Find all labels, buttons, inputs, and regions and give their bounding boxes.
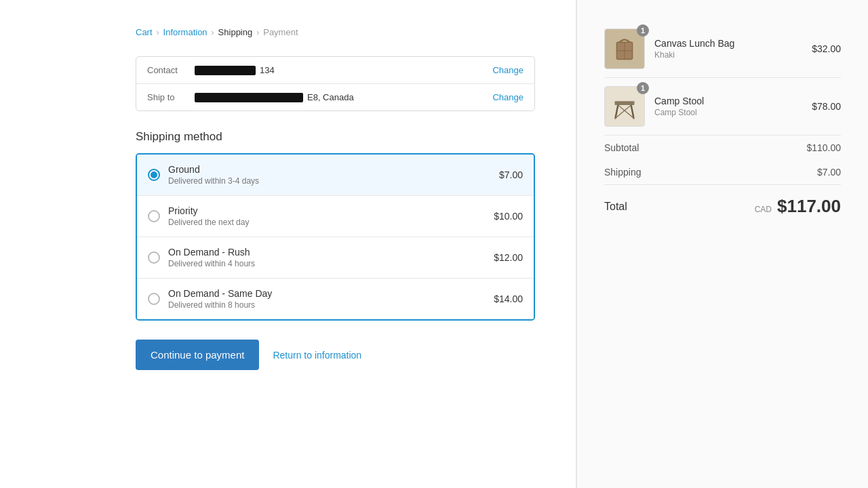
cart-item-0: 1 Canvas Lunch Bag Khaki $32.00 [604, 20, 841, 78]
item-price-0: $32.00 [812, 43, 841, 54]
breadcrumb-sep-3: › [256, 28, 259, 37]
item-info-1: Camp Stool Camp Stool [654, 96, 802, 117]
ship-to-suffix: E8, Canada [307, 92, 354, 102]
option-desc-ondemand-sameday: Delivered within 8 hours [168, 300, 494, 310]
option-price-ondemand-sameday: $14.00 [494, 293, 523, 304]
total-currency: CAD [755, 205, 772, 214]
radio-outer-priority [148, 210, 160, 222]
option-price-priority: $10.00 [494, 211, 523, 222]
radio-inner-ground [151, 171, 157, 178]
shipping-options-box: Ground Delivered within 3-4 days $7.00 P… [136, 153, 535, 321]
ship-to-label: Ship to [147, 92, 195, 102]
radio-ondemand-sameday [148, 293, 160, 305]
breadcrumb-shipping: Shipping [218, 27, 253, 37]
subtotal-label: Subtotal [604, 142, 639, 153]
item-img-wrap-0: 1 [604, 28, 645, 69]
breadcrumb-payment: Payment [263, 27, 298, 37]
option-name-ondemand-rush: On Demand - Rush [168, 247, 494, 258]
option-details-priority: Priority Delivered the next day [168, 205, 494, 227]
contact-label: Contact [147, 65, 195, 75]
shipping-value: $7.00 [817, 167, 841, 178]
item-name-1: Camp Stool [654, 96, 802, 106]
radio-outer-ground [148, 169, 160, 181]
ship-to-change[interactable]: Change [492, 92, 524, 102]
checkout-left-panel: Cart › Information › Shipping › Payment … [0, 0, 576, 488]
shipping-option-priority[interactable]: Priority Delivered the next day $10.00 [137, 196, 534, 237]
continue-to-payment-button[interactable]: Continue to payment [136, 340, 259, 370]
option-details-ondemand-sameday: On Demand - Same Day Delivered within 8 … [168, 288, 494, 310]
breadcrumb-sep-2: › [212, 28, 214, 37]
option-desc-ground: Delivered within 3-4 days [168, 176, 499, 186]
action-row: Continue to payment Return to informatio… [136, 340, 535, 370]
option-name-priority: Priority [168, 205, 494, 216]
cart-item-1: 1 Camp Stool Camp Stool $78.00 [604, 78, 841, 136]
ship-to-redacted [195, 93, 303, 102]
shipping-option-ground[interactable]: Ground Delivered within 3-4 days $7.00 [137, 155, 534, 196]
contact-suffix: 134 [260, 65, 275, 75]
radio-outer-ondemand-sameday [148, 293, 160, 305]
option-name-ground: Ground [168, 164, 499, 175]
breadcrumb-information[interactable]: Information [163, 27, 208, 37]
item-price-1: $78.00 [812, 101, 841, 112]
option-desc-priority: Delivered the next day [168, 218, 494, 227]
total-amount-wrap: CAD $117.00 [755, 196, 841, 217]
ship-to-row: Ship to E8, Canada Change [136, 84, 534, 110]
order-summary-panel: 1 Canvas Lunch Bag Khaki $32.00 1 [576, 0, 868, 488]
breadcrumb-sep-1: › [157, 28, 159, 37]
total-row: Total CAD $117.00 [604, 184, 841, 217]
total-amount: $117.00 [777, 196, 841, 217]
shipping-option-ondemand-sameday[interactable]: On Demand - Same Day Delivered within 8 … [137, 279, 534, 319]
contact-row: Contact 134 Change [136, 57, 534, 84]
total-label: Total [604, 201, 627, 213]
subtotal-row: Subtotal $110.00 [604, 136, 841, 160]
breadcrumb-cart[interactable]: Cart [136, 27, 153, 37]
option-details-ondemand-rush: On Demand - Rush Delivered within 4 hour… [168, 247, 494, 268]
shipping-row: Shipping $7.00 [604, 160, 841, 184]
option-details-ground: Ground Delivered within 3-4 days [168, 164, 499, 186]
ship-to-value: E8, Canada [195, 92, 492, 102]
breadcrumb: Cart › Information › Shipping › Payment [136, 27, 535, 37]
option-desc-ondemand-rush: Delivered within 4 hours [168, 259, 494, 268]
radio-ondemand-rush [148, 251, 160, 264]
option-name-ondemand-sameday: On Demand - Same Day [168, 288, 494, 299]
contact-change[interactable]: Change [492, 65, 524, 75]
cart-items-list: 1 Canvas Lunch Bag Khaki $32.00 1 [604, 20, 841, 136]
subtotal-value: $110.00 [806, 142, 841, 153]
radio-ground [148, 169, 160, 181]
item-img-wrap-1: 1 [604, 86, 645, 127]
item-name-0: Canvas Lunch Bag [654, 38, 802, 49]
return-to-information-button[interactable]: Return to information [273, 350, 361, 361]
item-badge-0: 1 [637, 24, 649, 37]
radio-priority [148, 210, 160, 222]
shipping-method-title: Shipping method [136, 130, 535, 144]
item-badge-1: 1 [637, 82, 649, 94]
option-price-ground: $7.00 [499, 169, 523, 180]
shipping-option-ondemand-rush[interactable]: On Demand - Rush Delivered within 4 hour… [137, 237, 534, 279]
shipping-label: Shipping [604, 167, 642, 178]
item-info-0: Canvas Lunch Bag Khaki [654, 38, 802, 60]
radio-outer-ondemand-rush [148, 251, 160, 264]
option-price-ondemand-rush: $12.00 [494, 252, 523, 263]
item-variant-0: Khaki [654, 50, 802, 60]
item-variant-1: Camp Stool [654, 108, 802, 117]
order-info-table: Contact 134 Change Ship to E8, Canada Ch… [136, 56, 535, 111]
contact-value: 134 [195, 65, 492, 75]
contact-redacted [195, 66, 256, 75]
